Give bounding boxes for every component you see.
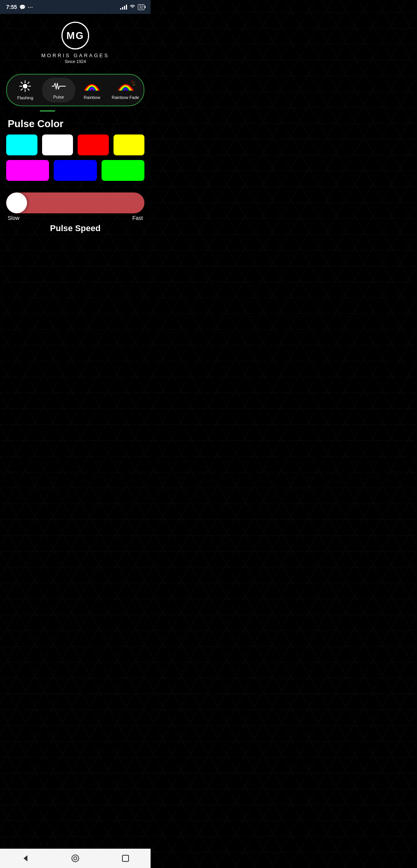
color-swatch-yellow[interactable] [114,134,145,155]
more-icon: ··· [28,4,33,10]
battery-level: 32 [139,5,143,9]
sun-icon [19,80,31,94]
fast-label: Fast [132,215,143,221]
color-swatch-blue[interactable] [54,160,97,181]
slider-labels: Slow Fast [6,213,144,221]
mg-logo: MG [61,22,89,49]
color-swatch-cyan[interactable] [6,134,37,155]
svg-point-0 [23,84,27,89]
speed-slider-container: Slow Fast [0,192,151,221]
color-grid-row2 [0,160,151,181]
mode-selector: Flashing Pulse [6,74,144,106]
slider-thumb[interactable] [6,192,27,213]
signal-icon [120,4,127,10]
mg-logo-text: MG [66,30,84,42]
svg-line-10 [132,82,135,83]
svg-line-9 [131,80,133,82]
color-grid-row1 [0,134,151,155]
color-swatch-white[interactable] [42,134,73,155]
svg-line-5 [21,82,23,84]
brand-name: MORRIS GARAGES [41,53,109,58]
mode-pulse[interactable]: Pulse [42,78,76,102]
message-icon: 💬 [19,4,25,10]
slow-label: Slow [8,215,19,221]
pulse-icon [52,81,66,93]
speed-title: Pulse Speed [0,223,151,233]
mode-rainbow-fade[interactable]: Rainbow Fade [109,77,142,103]
svg-line-11 [132,85,135,85]
battery-icon: 32 [138,4,144,10]
status-bar: 7:55 💬 ··· 32 [0,0,151,14]
svg-line-6 [28,89,29,90]
color-swatch-green[interactable] [102,160,144,181]
logo-area: MG MORRIS GARAGES Since 1924 [0,14,151,70]
mode-pulse-label: Pulse [53,95,64,99]
section-title: Pulse Color [0,112,151,134]
svg-line-7 [28,82,29,84]
svg-line-8 [21,89,23,90]
time-display: 7:55 [6,4,17,10]
rainbow-icon [82,80,102,94]
color-swatch-red[interactable] [78,134,109,155]
mode-rainbow-label: Rainbow [84,95,100,100]
brand-since: Since 1924 [64,59,86,64]
mode-rainbow[interactable]: Rainbow [75,77,109,103]
mode-flashing[interactable]: Flashing [8,77,42,103]
wifi-icon [129,4,136,10]
mode-rainbow-fade-label: Rainbow Fade [112,95,139,100]
mode-flashing-label: Flashing [17,95,33,100]
rainbow-fade-icon [116,80,135,94]
color-swatch-magenta[interactable] [6,160,49,181]
slider-track [6,192,144,213]
